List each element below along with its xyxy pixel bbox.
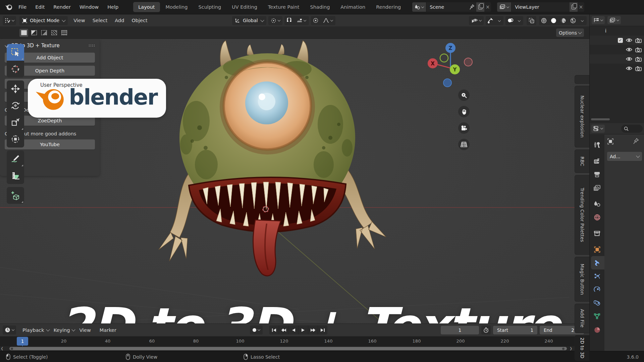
viewlayer-browse-button[interactable]: [497, 2, 512, 12]
menu-select[interactable]: Select: [89, 14, 111, 26]
camera-visibility-icon[interactable]: [635, 66, 642, 71]
sidebar-tab-2d-to-3d[interactable]: 2D to 3D: [575, 335, 589, 361]
tab-sculpting[interactable]: Sculpting: [193, 2, 226, 12]
tool-scale[interactable]: [7, 114, 24, 131]
remove-viewlayer-icon[interactable]: ×: [578, 4, 585, 10]
camera-visibility-icon[interactable]: [635, 47, 642, 52]
show-gizmo-dropdown[interactable]: [469, 16, 484, 25]
tab-shading[interactable]: Shading: [305, 2, 335, 12]
shading-solid-button[interactable]: [549, 16, 558, 25]
tab-uv-editing[interactable]: UV Editing: [227, 2, 262, 12]
tool-annotate[interactable]: [7, 150, 24, 167]
tab-constraints[interactable]: [590, 296, 604, 310]
tool-measure[interactable]: [7, 167, 24, 184]
prev-keyframe-button[interactable]: [279, 325, 289, 335]
outliner-row-object[interactable]: [590, 54, 644, 64]
scene-name[interactable]: Scene: [426, 4, 447, 10]
menu-marker[interactable]: Marker: [95, 324, 121, 336]
tab-object[interactable]: [590, 243, 604, 256]
tool-select-box[interactable]: [7, 44, 24, 61]
eye-icon[interactable]: [626, 38, 632, 43]
tool-cursor[interactable]: [7, 61, 24, 77]
pan-view-button[interactable]: [458, 106, 470, 117]
outliner-row-object[interactable]: [590, 64, 644, 73]
menu-file[interactable]: File: [14, 0, 31, 14]
tab-animation[interactable]: Animation: [335, 2, 370, 12]
scroll-arrow-right[interactable]: ❯: [570, 347, 572, 350]
tab-render[interactable]: [590, 154, 604, 168]
outliner-filter-button[interactable]: [607, 16, 621, 24]
scrollbar-handle-right[interactable]: [562, 348, 565, 350]
auto-keying-record-button[interactable]: [250, 325, 263, 335]
pin-id-icon[interactable]: [633, 138, 639, 144]
overlays-dropdown[interactable]: [515, 16, 523, 25]
tab-layout[interactable]: Layout: [133, 2, 160, 12]
tab-tool[interactable]: [590, 138, 604, 152]
shading-dropdown[interactable]: [578, 16, 587, 25]
unlink-scene-icon[interactable]: ×: [484, 4, 491, 10]
menu-add[interactable]: Add: [111, 14, 128, 26]
pin-icon[interactable]: [468, 2, 476, 12]
sidebar-tab-trending-color-palettes[interactable]: Trending Color Palettes: [575, 175, 589, 255]
overlays-toggle[interactable]: [505, 16, 515, 25]
proportional-falloff-dropdown[interactable]: [321, 16, 335, 25]
blender-app-icon[interactable]: [5, 3, 13, 11]
select-mode-subtract[interactable]: [40, 29, 48, 37]
shading-material-button[interactable]: [558, 16, 568, 25]
tab-material[interactable]: [590, 323, 604, 337]
tab-physics[interactable]: [590, 283, 604, 296]
tool-rotate[interactable]: [7, 97, 24, 114]
editor-type-button[interactable]: [3, 16, 16, 25]
tool-transform[interactable]: [7, 131, 24, 147]
shading-rendered-button[interactable]: [568, 16, 578, 25]
menu-render[interactable]: Render: [49, 0, 75, 14]
tab-output[interactable]: [590, 168, 604, 181]
play-button[interactable]: [299, 325, 308, 335]
tab-modeling[interactable]: Modeling: [161, 2, 193, 12]
options-dropdown[interactable]: Options: [556, 28, 584, 37]
camera-visibility-icon[interactable]: [635, 57, 642, 62]
tool-move[interactable]: [7, 80, 24, 97]
shading-wireframe-button[interactable]: [539, 16, 549, 25]
tab-collection[interactable]: [590, 227, 604, 240]
tab-scene[interactable]: [590, 197, 604, 210]
sidebar-tab-magic-button[interactable]: Magic Button: [575, 257, 589, 302]
jump-to-end-button[interactable]: [318, 325, 327, 335]
outliner-row-object[interactable]: [590, 45, 644, 54]
scene-browse-button[interactable]: [412, 2, 426, 12]
jump-to-start-button[interactable]: [269, 325, 279, 335]
tab-modifiers[interactable]: [591, 256, 604, 269]
new-viewlayer-icon[interactable]: [570, 2, 578, 12]
outliner-editor-type-button[interactable]: [592, 16, 605, 24]
camera-visibility-icon[interactable]: [635, 38, 642, 43]
menu-window[interactable]: Window: [75, 0, 103, 14]
snap-toggle[interactable]: [284, 16, 294, 25]
viewlayer-name[interactable]: ViewLayer: [512, 4, 542, 10]
timeline-editor-type-button[interactable]: [3, 325, 16, 335]
zoom-view-button[interactable]: [458, 89, 470, 101]
tab-view-layer[interactable]: [590, 181, 604, 194]
drag-handle-icon[interactable]: [89, 45, 95, 47]
transform-orientation-dropdown[interactable]: Global: [232, 16, 266, 25]
eye-icon[interactable]: [626, 47, 632, 52]
outliner-row-collection[interactable]: i: [590, 26, 644, 36]
menu-help[interactable]: Help: [103, 0, 123, 14]
outliner-row-object[interactable]: ✓: [590, 36, 644, 45]
eye-icon[interactable]: [626, 57, 632, 61]
gizmos-dropdown[interactable]: [495, 16, 503, 25]
active-tool-dropdown[interactable]: Ad...: [607, 152, 642, 161]
playhead-marker[interactable]: 1: [17, 337, 28, 346]
sidebar-tab-nuclear-explosion[interactable]: Nuclear explosion: [575, 86, 589, 147]
proportional-edit-toggle[interactable]: [311, 16, 321, 25]
orthographic-toggle-button[interactable]: [458, 139, 470, 150]
snap-target-dropdown[interactable]: [294, 16, 309, 25]
outliner-scrollbar[interactable]: [591, 118, 610, 120]
properties-search-field[interactable]: [621, 125, 643, 133]
new-scene-icon[interactable]: [476, 2, 484, 12]
gizmos-toggle[interactable]: [486, 16, 495, 25]
properties-editor-type-button[interactable]: [591, 125, 605, 133]
xray-toggle[interactable]: [527, 16, 536, 25]
sidebar-tab-add-file[interactable]: Add File: [575, 304, 589, 333]
tab-object-data[interactable]: [590, 310, 604, 323]
mode-selector[interactable]: Object Mode: [19, 16, 68, 25]
